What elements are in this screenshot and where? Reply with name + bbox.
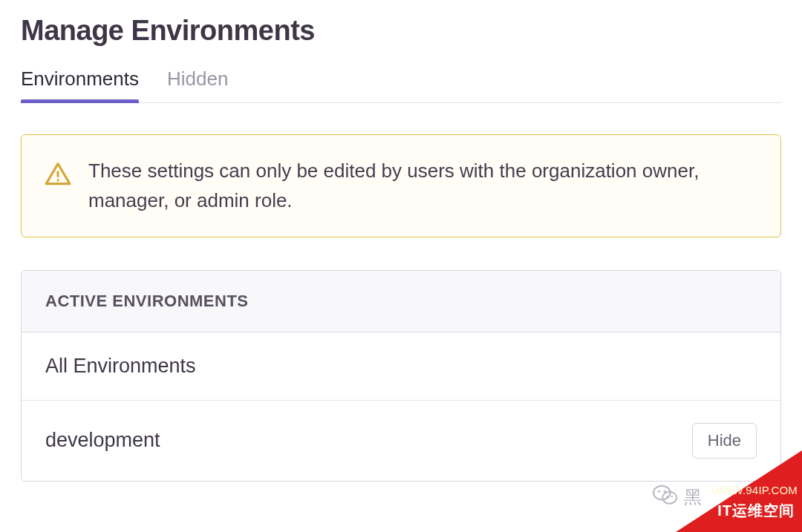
- environments-panel: ACTIVE ENVIRONMENTS All Environments dev…: [21, 270, 781, 482]
- tab-environments[interactable]: Environments: [21, 68, 139, 102]
- page-title: Manage Environments: [21, 15, 781, 47]
- alert-text: These settings can only be edited by use…: [88, 156, 758, 216]
- tabs: Environments Hidden: [21, 68, 781, 103]
- tab-label: Environments: [21, 68, 139, 90]
- tab-label: Hidden: [167, 68, 228, 90]
- environment-name: development: [45, 429, 160, 452]
- svg-rect-1: [56, 179, 59, 181]
- hide-button[interactable]: Hide: [692, 423, 757, 459]
- warning-icon: [44, 156, 72, 191]
- watermark-brand: IT运维空间: [717, 501, 795, 521]
- environment-name: All Environments: [45, 355, 196, 378]
- svg-rect-0: [56, 171, 59, 177]
- environment-row[interactable]: All Environments: [22, 332, 780, 401]
- permission-alert: These settings can only be edited by use…: [21, 134, 781, 237]
- panel-header: ACTIVE ENVIRONMENTS: [22, 271, 780, 332]
- environment-row[interactable]: development Hide: [22, 401, 780, 481]
- tab-hidden[interactable]: Hidden: [167, 68, 228, 102]
